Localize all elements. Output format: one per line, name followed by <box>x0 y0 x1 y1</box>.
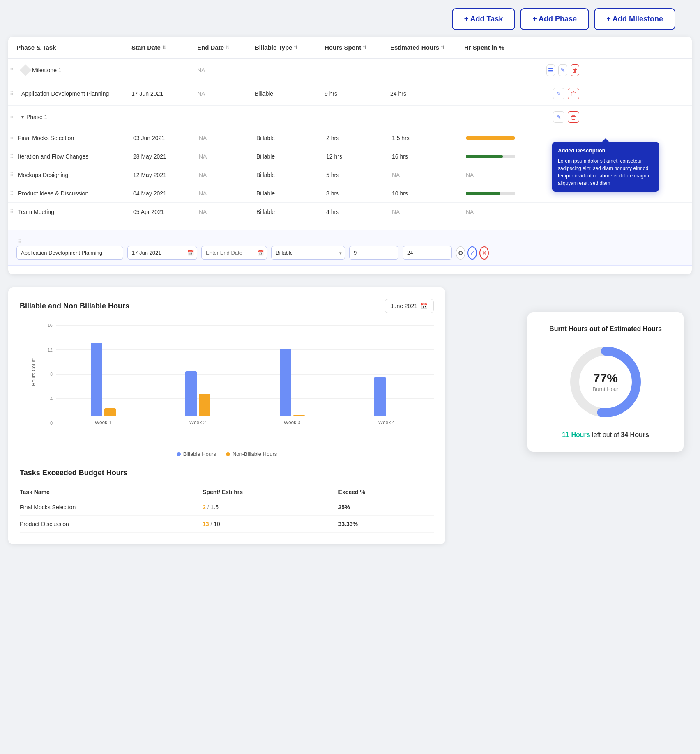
milestone-icon <box>20 64 31 76</box>
delete-icon-button[interactable]: 🗑 <box>568 111 579 123</box>
drag-handle[interactable]: ⠿ <box>10 154 14 159</box>
budget-title: Tasks Exceeded Budget Hours <box>20 469 434 477</box>
sort-icon: ⇅ <box>441 45 444 50</box>
week-group: Week 3 <box>280 326 305 425</box>
estimated-hours-cell: 24 hrs <box>390 90 464 97</box>
action-icons: ✎ 🗑 <box>546 88 579 99</box>
drag-handle[interactable]: ⠿ <box>10 114 14 120</box>
week-group: Week 4 <box>374 326 399 425</box>
non-billable-legend: Non-Billable Hours <box>226 451 277 457</box>
col-exceed-pct: Exceed % <box>338 485 434 499</box>
confirm-button[interactable]: ✓ <box>467 246 477 260</box>
drag-handle[interactable]: ⠿ <box>10 172 14 178</box>
add-milestone-button[interactable]: + Add Milestone <box>594 8 675 30</box>
hours-left: 11 Hours <box>562 431 590 438</box>
sort-icon: ⇅ <box>162 45 166 50</box>
col-task-name: Task Name <box>20 485 203 499</box>
list-icon-button[interactable]: ☰ <box>546 64 555 76</box>
calendar-icon: 📅 <box>421 303 428 309</box>
hours-spent-cell: 8 hrs <box>326 190 392 197</box>
task-name-cell: Application Development Planning <box>16 90 131 97</box>
billable-type-select[interactable]: Billable Non-Billable Internal <box>271 246 345 260</box>
hr-pct-cell <box>466 192 548 195</box>
add-task-button[interactable]: + Add Task <box>452 8 516 30</box>
billable-type-cell: Billable <box>256 209 326 215</box>
bars-container: Week 1 Week 2 Week 3 <box>56 323 434 425</box>
edit-icon-button[interactable]: ✎ <box>553 88 564 99</box>
donut-title: Burnt Hours out of Estimated Hours <box>549 325 662 333</box>
non-billable-legend-label: Non-Billable Hours <box>233 451 277 457</box>
settings-button[interactable]: ⚙ <box>456 246 465 260</box>
cancel-edit-button[interactable]: ✕ <box>479 246 489 260</box>
table-row: ⠿ Team Meeting 05 Apr 2021 NA Billable 4… <box>8 203 692 221</box>
calendar-icon: 📅 <box>257 250 264 256</box>
billable-bar <box>91 343 102 416</box>
end-date-cell: NA <box>197 67 255 74</box>
billable-type-cell: Billable <box>256 190 326 197</box>
bar-pair <box>91 326 116 416</box>
billable-legend-dot <box>177 452 181 456</box>
budget-section: Tasks Exceeded Budget Hours Task Name Sp… <box>20 469 434 533</box>
non-billable-bar <box>104 408 116 416</box>
date-filter-button[interactable]: June 2021 📅 <box>385 299 434 313</box>
edit-icon-button[interactable]: ✎ <box>558 64 567 76</box>
end-date-cell: NA <box>199 190 256 197</box>
drag-handle[interactable]: ⠿ <box>10 91 14 97</box>
billable-type-cell: Billable <box>255 90 325 97</box>
drag-handle[interactable]: ⠿ <box>18 239 122 245</box>
sort-icon: ⇅ <box>294 45 297 50</box>
progress-fill <box>466 192 500 195</box>
delete-icon-button[interactable]: 🗑 <box>571 64 579 76</box>
total-hours: 34 Hours <box>621 431 649 438</box>
spent-value: 13 <box>203 521 209 527</box>
estimated-hours-input[interactable] <box>403 246 452 260</box>
drag-handle[interactable]: ⠿ <box>10 191 14 196</box>
start-date-input[interactable] <box>127 246 197 260</box>
hours-spent-input[interactable] <box>349 246 398 260</box>
footer-text: left out of <box>592 431 621 438</box>
drag-handle[interactable]: ⠿ <box>10 67 14 73</box>
estimated-hours-cell: NA <box>392 172 466 178</box>
col-hours-spent: Hours Spent ⇅ <box>325 44 390 51</box>
action-icons: ☰ ✎ 🗑 <box>546 64 579 76</box>
start-date-cell: 04 May 2021 <box>133 190 199 197</box>
tooltip-arrow <box>602 138 609 142</box>
chevron-down-icon: ▾ <box>21 114 24 120</box>
donut-footer: 11 Hours left out of 34 Hours <box>562 431 649 439</box>
end-date-cell: NA <box>197 90 255 97</box>
chart-legend: Billable Hours Non-Billable Hours <box>20 451 434 457</box>
add-phase-button[interactable]: + Add Phase <box>520 8 589 30</box>
edit-row: ⠿ 📅 📅 Billable Non-Billable Internal ▾ ⚙… <box>8 230 692 266</box>
donut-card: Burnt Hours out of Estimated Hours 77% B… <box>527 312 684 452</box>
right-panel: Burnt Hours out of Estimated Hours 77% B… <box>455 287 692 544</box>
hours-spent-cell: 2 hrs <box>326 135 392 141</box>
start-date-cell: 12 May 2021 <box>133 172 199 178</box>
start-date-input-wrap: 📅 <box>127 246 197 260</box>
spent-value: 2 <box>203 504 206 510</box>
edit-icon-button[interactable]: ✎ <box>553 111 564 123</box>
donut-label: Burnt Hour <box>593 386 619 392</box>
hours-spent-cell: 9 hrs <box>325 90 390 97</box>
phase-toggle[interactable]: ▾ Phase 1 <box>21 114 47 120</box>
description-tooltip: Added Description Lorem ipsum dolor sit … <box>552 142 659 192</box>
estimated-hours-cell: NA <box>392 209 466 215</box>
tooltip-title: Added Description <box>558 147 653 155</box>
billable-legend: Billable Hours <box>177 451 216 457</box>
progress-fill <box>466 155 503 158</box>
task-name-input[interactable] <box>16 246 123 260</box>
chart-title: Billable and Non Billable Hours <box>20 302 129 310</box>
drag-handle[interactable]: ⠿ <box>10 209 14 215</box>
drag-handle[interactable]: ⠿ <box>10 135 14 141</box>
task-name-cell: Milestone 1 <box>16 66 131 74</box>
task-name: Product Discussion <box>20 516 203 533</box>
col-phase-task: Phase & Task <box>16 44 131 51</box>
col-end-date: End Date ⇅ <box>197 44 255 51</box>
progress-bar <box>466 136 515 140</box>
bar-pair <box>185 326 210 416</box>
end-date-input-wrap: 📅 <box>201 246 267 260</box>
delete-icon-button[interactable]: 🗑 <box>568 88 579 99</box>
calendar-icon: 📅 <box>187 250 194 256</box>
table-row: ⠿ ▾ Phase 1 ✎ 🗑 <box>8 106 692 129</box>
esti-value: 1.5 <box>211 504 219 510</box>
week-group: Week 1 <box>91 326 116 425</box>
